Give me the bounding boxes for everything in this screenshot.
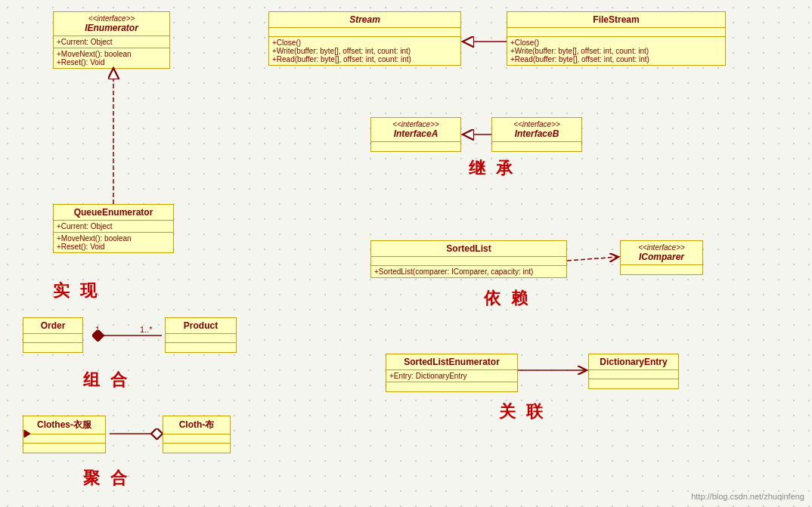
- label-zuhe: 组 合: [83, 369, 130, 391]
- watermark: http://blog.csdn.net/zhuqinfeng: [691, 492, 804, 501]
- label-guanlian: 关 联: [499, 400, 546, 423]
- interfaceA-name: InterfaceA: [376, 128, 456, 139]
- interfaceB-name: InterfaceB: [497, 128, 577, 139]
- iComparer-class: <<interface>> IComparer: [620, 240, 703, 275]
- interfaceA-class: <<interface>> InterfaceA: [370, 117, 461, 152]
- interfaceB-stereotype: <<interface>>: [497, 120, 577, 128]
- label-jicheng: 继 承: [469, 157, 516, 180]
- sortedList-class: SortedList +SortedList(comparer: ICompar…: [370, 240, 567, 278]
- svg-text:1: 1: [95, 325, 100, 334]
- iEnumerator-class: <<interface>> IEnumerator +Current: Obje…: [53, 11, 170, 69]
- sortedList-name: SortedList: [371, 241, 566, 257]
- iEnumerator-methods: +MoveNext(): boolean+Reset(): Void: [54, 48, 169, 68]
- dictionaryEntry-class: DictionaryEntry: [588, 354, 679, 389]
- product-class: Product: [165, 317, 237, 353]
- sortedListEnumerator-class: SortedListEnumerator +Entry: DictionaryE…: [386, 354, 518, 392]
- stream-name: Stream: [269, 12, 460, 28]
- stream-methods: +Close()+Write(buffer: byte[], offset: i…: [269, 37, 460, 65]
- svg-text:1..*: 1..*: [140, 325, 153, 334]
- clothes-name: Clothes-衣服: [23, 416, 105, 434]
- queueEnumerator-name: QueueEnumerator: [54, 205, 173, 221]
- order-name: Order: [23, 318, 82, 334]
- iComparer-name: IComparer: [625, 252, 698, 262]
- iComparer-stereotype: <<interface>>: [625, 243, 698, 252]
- stream-class: Stream +Close()+Write(buffer: byte[], of…: [268, 11, 461, 66]
- label-juhe: 聚 合: [83, 467, 130, 490]
- iEnumerator-name: IEnumerator: [58, 23, 165, 33]
- sortedList-methods: +SortedList(comparer: IComparer, capacit…: [371, 266, 566, 277]
- dictionaryEntry-name: DictionaryEntry: [589, 354, 678, 370]
- queueEnumerator-methods: +MoveNext(): boolean+Reset(): Void: [54, 233, 173, 252]
- iEnumerator-stereotype: <<interface>>: [58, 14, 165, 23]
- iEnumerator-attr1: +Current: Object: [54, 36, 169, 48]
- cloth-class: Cloth-布: [163, 416, 231, 453]
- queueEnumerator-attr1: +Current: Object: [54, 221, 173, 233]
- svg-line-7: [567, 257, 618, 261]
- sortedListEnumerator-name: SortedListEnumerator: [386, 354, 517, 370]
- interfaceA-stereotype: <<interface>>: [376, 120, 456, 128]
- fileStream-methods: +Close()+Write(buffer: byte[], offset: i…: [507, 37, 725, 65]
- queueEnumerator-class: QueueEnumerator +Current: Object +MoveNe…: [53, 204, 174, 253]
- sortedListEnumerator-attr1: +Entry: DictionaryEntry: [386, 370, 517, 382]
- fileStream-class: FileStream +Close()+Write(buffer: byte[]…: [507, 11, 726, 66]
- order-class: Order: [23, 317, 83, 353]
- product-name: Product: [166, 318, 236, 334]
- cloth-name: Cloth-布: [163, 416, 230, 434]
- label-yilai: 依 赖: [484, 287, 531, 310]
- clothes-class: Clothes-衣服: [23, 416, 106, 453]
- label-shixian: 实 现: [53, 280, 100, 302]
- fileStream-name: FileStream: [507, 12, 725, 28]
- interfaceB-class: <<interface>> InterfaceB: [491, 117, 582, 152]
